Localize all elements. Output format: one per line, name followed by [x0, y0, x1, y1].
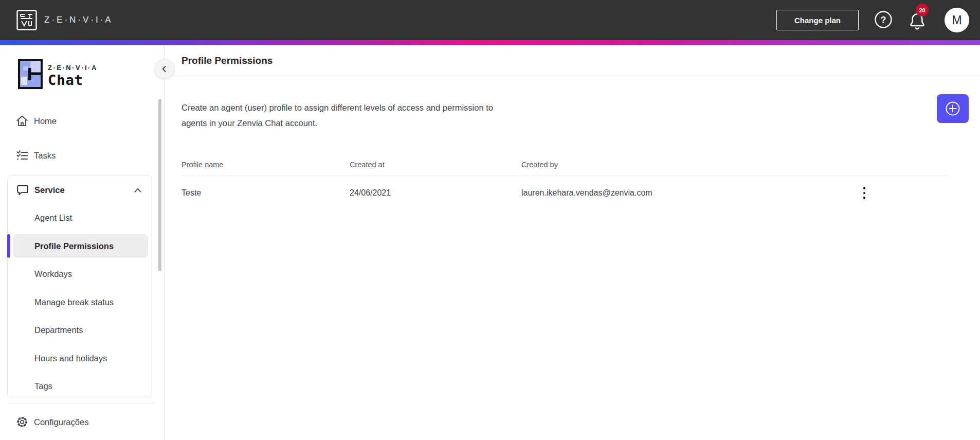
sidebar-item-home[interactable]: Home: [0, 109, 154, 133]
sidebar-item-manage-break-status[interactable]: Manage break status: [13, 290, 148, 314]
sidebar-item-tags[interactable]: Tags: [13, 374, 148, 398]
sidebar-divider: [8, 403, 154, 403]
brand-wordmark: Z·E·N·V·I·A: [44, 15, 113, 25]
kebab-dot: [863, 197, 866, 199]
question-circle-icon: ?: [874, 10, 893, 29]
chevron-left-icon: [159, 64, 170, 74]
plus-circle-icon: [945, 100, 961, 117]
sidebar-item-tasks[interactable]: Tasks: [0, 143, 154, 168]
row-actions-kebab-button[interactable]: [857, 183, 872, 203]
sidebar-item-hours-and-holidays[interactable]: Hours and holidays: [13, 346, 148, 370]
table-header-row: Profile name Created at Created by: [182, 153, 948, 176]
chevron-up-icon: [132, 185, 143, 196]
sidebar-item-configuracoes[interactable]: Configurações: [0, 410, 154, 434]
column-header-profile-name: Profile name: [182, 161, 350, 169]
sidebar-item-label: Manage break status: [34, 297, 114, 307]
active-item-indicator: [7, 234, 10, 258]
kebab-dot: [863, 187, 866, 189]
gear-icon: [15, 415, 29, 429]
sidebar-item-label: Configurações: [34, 417, 88, 427]
chat-bubble-icon: [16, 183, 29, 197]
page-title: Profile Permissions: [182, 55, 273, 66]
change-plan-button[interactable]: Change plan: [776, 10, 859, 30]
zenvia-chat-logo: Z·E·N·V·I·A Chat: [18, 59, 98, 89]
notification-count-badge: 20: [916, 4, 929, 16]
kebab-dot: [863, 192, 866, 195]
cell-profile-name: Teste: [182, 188, 350, 198]
sidebar-item-label: Tasks: [34, 151, 56, 161]
column-header-created-by: Created by: [521, 161, 948, 169]
sidebar-item-label: Home: [34, 116, 57, 126]
add-profile-button[interactable]: [937, 94, 969, 123]
page-header: Profile Permissions: [165, 45, 980, 76]
sidebar-item-label: Hours and holidays: [34, 354, 107, 363]
house-icon: [15, 114, 29, 128]
sidebar-item-label: Agent List: [34, 213, 72, 223]
profiles-table: Profile name Created at Created by Teste…: [182, 153, 948, 210]
sidebar-item-agent-list[interactable]: Agent List: [13, 206, 148, 230]
cell-created-at: 24/06/2021: [350, 188, 521, 198]
sidebar-item-workdays[interactable]: Workdays: [13, 262, 148, 286]
sidebar: Z·E·N·V·I·A Chat Home Tasks: [0, 45, 165, 440]
column-header-created-at: Created at: [350, 161, 521, 169]
sidebar-item-profile-permissions[interactable]: Profile Permissions: [13, 234, 148, 258]
main-content: Profile Permissions Create an agent (use…: [165, 45, 980, 440]
app-shell: Z·E·N·V·I·A Chat Home Tasks: [0, 45, 980, 440]
zenvia-chat-logo-icon: [18, 59, 43, 89]
sidebar-item-label: Service: [34, 185, 65, 195]
logo-product-text: Chat: [48, 72, 98, 88]
sidebar-item-label: Departments: [34, 325, 83, 335]
sidebar-collapse-button[interactable]: [155, 59, 174, 79]
svg-text:?: ?: [881, 15, 886, 25]
cell-created-by: lauren.ikehara.vendas@zenvia.com: [521, 188, 948, 198]
sidebar-scrollbar[interactable]: [158, 99, 161, 271]
topbar: Z·E·N·V·I·A Change plan ? 20 M: [0, 0, 980, 40]
logo-brand-text: Z·E·N·V·I·A: [48, 64, 98, 72]
table-row: Teste 24/06/2021 lauren.ikehara.vendas@z…: [182, 176, 948, 210]
sidebar-item-service[interactable]: Service: [8, 178, 152, 202]
accent-gradient-bar: [0, 40, 980, 45]
zenvia-maze-logo-icon: [16, 10, 37, 30]
service-group: Service Agent List Profile Permissions W…: [7, 175, 152, 398]
sidebar-item-departments[interactable]: Departments: [13, 318, 148, 342]
zenvia-brand-link[interactable]: Z·E·N·V·I·A: [16, 10, 113, 30]
help-button[interactable]: ?: [874, 10, 893, 29]
sidebar-item-label: Profile Permissions: [34, 241, 114, 251]
checklist-icon: [15, 149, 29, 162]
sidebar-item-label: Tags: [34, 381, 52, 391]
sidebar-item-label: Workdays: [34, 269, 72, 279]
user-avatar[interactable]: M: [945, 8, 969, 32]
page-description: Create an agent (user) profile to assign…: [182, 100, 511, 131]
